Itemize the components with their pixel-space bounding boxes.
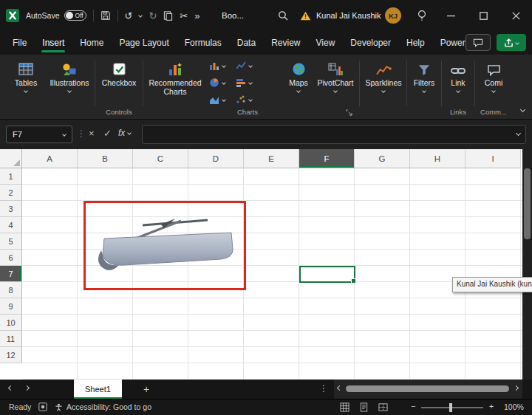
enter-button[interactable]: ✓ [103, 128, 112, 139]
sheet-nav-right-icon[interactable] [24, 385, 30, 391]
hscroll-left-icon[interactable] [337, 385, 342, 391]
maximize-button[interactable] [467, 0, 499, 31]
macro-record-icon[interactable] [38, 402, 47, 411]
zoom-slider-track[interactable] [421, 407, 483, 408]
insert-area-chart-button[interactable] [209, 95, 225, 105]
3d-model-object[interactable] [91, 209, 239, 283]
column-header-b[interactable]: B [78, 149, 133, 168]
undo-icon[interactable]: ↺ [125, 11, 133, 21]
autosave-toggle[interactable]: Off [64, 10, 86, 21]
column-header-e[interactable]: E [244, 149, 299, 168]
page-layout-view-icon[interactable] [359, 402, 369, 412]
name-box[interactable]: F7 [6, 126, 72, 143]
save-icon[interactable] [100, 10, 111, 21]
maps-button[interactable]: Maps [284, 58, 313, 92]
row-header-8[interactable]: 8 [0, 282, 22, 298]
minimize-button[interactable] [434, 0, 467, 31]
accessibility-status[interactable]: Accessibility: Good to go [55, 402, 151, 411]
vertical-scrollbar[interactable] [522, 149, 532, 380]
warning-icon[interactable] [300, 11, 311, 21]
cancel-button[interactable]: × [89, 128, 95, 139]
collapse-ribbon-icon[interactable] [520, 107, 525, 112]
worksheet-grid[interactable]: A B C D E F G H I 1 2 3 4 5 6 7 8 9 10 1… [0, 149, 522, 380]
illustrations-button[interactable]: Illustrations [46, 58, 93, 92]
tab-review[interactable]: Review [270, 33, 301, 52]
hscroll-right-icon[interactable] [514, 385, 519, 391]
tables-button[interactable]: Tables [7, 58, 44, 92]
column-header-f[interactable]: F [299, 149, 355, 168]
recommended-charts-button[interactable]: Recommended Charts [146, 58, 205, 96]
sparklines-button[interactable]: Sparklines [362, 58, 405, 92]
row-header-7[interactable]: 7 [0, 266, 22, 282]
comments-button[interactable]: Comi [477, 58, 511, 92]
select-all-button[interactable] [0, 149, 22, 168]
insert-scatter-chart-button[interactable] [236, 95, 252, 105]
formula-input[interactable] [142, 125, 526, 144]
sheet-bar-menu-icon[interactable]: ⋮ [319, 383, 328, 394]
row-header-6[interactable]: 6 [0, 250, 22, 266]
column-header-i[interactable]: I [466, 149, 521, 168]
link-button[interactable]: Link [443, 58, 473, 92]
lightbulb-icon[interactable] [417, 10, 427, 21]
insert-bar-chart-button[interactable] [236, 78, 252, 88]
horizontal-scrollbar[interactable] [334, 380, 522, 399]
insert-column-chart-button[interactable] [209, 61, 225, 71]
close-button[interactable] [499, 0, 532, 31]
tab-help[interactable]: Help [406, 33, 426, 52]
row-header-4[interactable]: 4 [0, 217, 22, 233]
document-title[interactable]: Boo... [222, 0, 244, 31]
avatar[interactable]: KJ [385, 7, 401, 24]
active-cell-f7[interactable] [299, 266, 355, 283]
paste-icon[interactable] [163, 10, 173, 21]
tab-developer[interactable]: Developer [349, 33, 392, 52]
column-header-a[interactable]: A [22, 149, 78, 168]
more-commands-icon[interactable]: » [194, 11, 200, 21]
sheet-tab-sheet1[interactable]: Sheet1 [74, 380, 122, 399]
tab-view[interactable]: View [316, 33, 336, 52]
column-header-g[interactable]: G [355, 149, 410, 168]
column-header-d[interactable]: D [188, 149, 244, 168]
cut-icon[interactable]: ✂ [180, 11, 188, 21]
row-header-10[interactable]: 10 [0, 315, 22, 331]
page-break-preview-icon[interactable] [378, 402, 388, 412]
row-header-11[interactable]: 11 [0, 331, 22, 347]
row-header-1[interactable]: 1 [0, 168, 22, 185]
row-header-5[interactable]: 5 [0, 233, 22, 250]
undo-dropdown-icon[interactable] [139, 13, 143, 18]
zoom-out-button[interactable]: − [411, 402, 415, 411]
tab-insert[interactable]: Insert [41, 33, 65, 52]
tab-page-layout[interactable]: Page Layout [118, 33, 169, 52]
zoom-in-button[interactable]: + [489, 402, 494, 411]
tab-formulas[interactable]: Formulas [184, 33, 222, 52]
column-header-c[interactable]: C [133, 149, 188, 168]
tab-file[interactable]: File [12, 33, 27, 52]
add-sheet-button[interactable]: + [138, 380, 154, 399]
share-button[interactable] [497, 34, 526, 51]
row-header-3[interactable]: 3 [0, 201, 22, 217]
checkbox-button[interactable]: Checkbox [98, 58, 140, 87]
row-header-2[interactable]: 2 [0, 185, 22, 201]
normal-view-icon[interactable] [340, 402, 349, 412]
red-selection-frame[interactable] [83, 201, 246, 290]
search-icon[interactable] [278, 10, 288, 21]
formula-bar-drag-handle[interactable]: ⋮ [77, 128, 86, 139]
row-header-12[interactable]: 12 [0, 347, 22, 363]
column-header-h[interactable]: H [410, 149, 466, 168]
charts-dialog-launcher-icon[interactable] [346, 109, 352, 116]
insert-line-chart-button[interactable] [236, 61, 252, 71]
row-header-9[interactable]: 9 [0, 298, 22, 315]
tab-data[interactable]: Data [236, 33, 256, 52]
autosave-control[interactable]: AutoSave Off [26, 10, 86, 21]
vertical-scrollbar-thumb[interactable] [524, 168, 531, 239]
comments-toggle-button[interactable] [466, 34, 491, 51]
notification-area[interactable]: Kunal Jai Kaushik [300, 0, 381, 31]
insert-function-button[interactable]: fx [118, 128, 131, 138]
sheet-nav-left-icon[interactable] [8, 385, 13, 391]
horizontal-scrollbar-thumb[interactable] [346, 385, 509, 392]
insert-pie-chart-button[interactable] [209, 78, 225, 88]
filters-button[interactable]: Filters [409, 58, 440, 92]
pivotchart-button[interactable]: PivotChart [313, 58, 358, 92]
redo-icon[interactable]: ↻ [149, 11, 157, 21]
zoom-slider-thumb[interactable] [449, 403, 452, 412]
zoom-level[interactable]: 100% [504, 402, 524, 411]
